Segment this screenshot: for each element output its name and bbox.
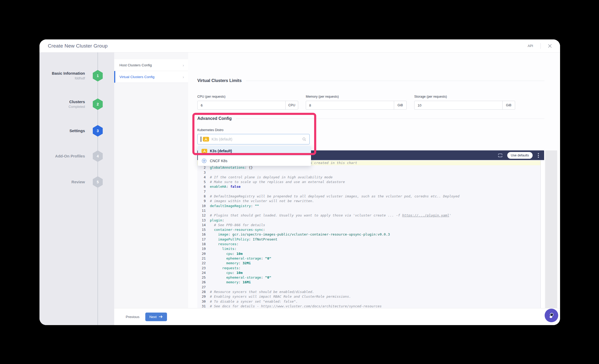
code-line[interactable]: 26 memory: 16Mi (197, 280, 544, 285)
editor-scrollbar[interactable] (540, 160, 544, 308)
kebab-menu-icon[interactable] (537, 152, 540, 159)
step-number-badge: 3 (93, 125, 103, 137)
code-line[interactable]: 10defaultImageRegistry: "" (197, 204, 544, 208)
step-label: Settings (70, 128, 85, 133)
memory-unit-label: GiB (394, 101, 406, 109)
code-line[interactable]: 7 (197, 189, 544, 194)
cpu-input[interactable] (198, 101, 285, 109)
limits-heading: Virtual Clusters Limits (197, 78, 242, 83)
code-area[interactable]: 1# These annotations will be applied to … (197, 160, 544, 308)
cpu-unit-label: CPU (285, 101, 298, 109)
step-number-badge: 2 (93, 98, 103, 110)
code-line[interactable]: 11 (197, 208, 544, 213)
k3s-icon (203, 137, 209, 142)
distro-placeholder: K3s (default) (212, 137, 302, 141)
wizard-step-review[interactable]: Review 5 (39, 174, 114, 190)
chevron-right-icon: › (183, 63, 184, 67)
step-label: Clusters (68, 99, 85, 104)
close-icon (548, 44, 552, 48)
astronaut-icon (548, 312, 555, 319)
code-line[interactable]: 13plugin: (197, 218, 544, 223)
split-view-icon[interactable] (497, 153, 503, 158)
code-line[interactable]: 28# Resource syncers that should be enab… (197, 290, 544, 294)
advanced-section-header: Advanced Config (197, 116, 544, 121)
kubernetes-icon (201, 158, 207, 163)
code-line[interactable]: 16 image: gcr.io/spectro-images-public/v… (197, 232, 544, 237)
code-line[interactable]: 15 container-resources-sync: (197, 227, 544, 232)
code-line[interactable]: 8# DefaultImageRegistry will be prepende… (197, 194, 544, 199)
code-line[interactable]: 21 ephemeral-storage: "0" (197, 256, 544, 261)
step-number-badge: 4 (93, 150, 103, 162)
wizard-step-clusters[interactable]: Clusters Completed 2 (39, 96, 114, 112)
wizard-step-addon-profiles[interactable]: Add-On Profiles 4 (39, 148, 114, 164)
option-cncf-k8s[interactable]: CNCF K8s (198, 156, 311, 166)
main-panel: Virtual Clusters Limits CPU (per request… (188, 52, 560, 308)
step-label: Add-On Profiles (55, 154, 85, 159)
code-line[interactable]: 29# Enabling syncers will impact RBAC Ro… (197, 294, 544, 299)
use-defaults-button[interactable]: Use defaults (507, 152, 533, 159)
create-cluster-group-modal: Create New Cluster Group API Basic Infor… (39, 39, 560, 325)
step-number-badge: 1 (93, 70, 103, 81)
wizard-step-settings[interactable]: Settings 3 (39, 123, 114, 139)
code-line[interactable]: 6enableHA: false (197, 184, 544, 189)
step-number-badge: 5 (93, 176, 103, 188)
storage-field-label: Storage (per requests) (414, 95, 515, 98)
kubernetes-distro-label: Kubernetes Distro (197, 128, 223, 132)
option-k3s-default[interactable]: K3s (default) (198, 146, 311, 156)
code-line[interactable]: 4# If the control plane is deployed in h… (197, 175, 544, 180)
nav-item-host-clusters-config[interactable]: Host Clusters Config › (114, 59, 188, 71)
nav-item-label: Virtual Clusters Config (119, 75, 183, 79)
step-label: Review (71, 179, 85, 185)
previous-button[interactable]: Previous (126, 315, 140, 319)
code-line[interactable]: 14 # See PPD-866 for details (197, 223, 544, 227)
code-line[interactable]: 20 cpu: 10m (197, 251, 544, 256)
code-line[interactable]: 12# Plugins that should get loaded. Usua… (197, 213, 544, 218)
header-divider (540, 43, 541, 49)
distro-dropdown-menu: K3s (default) CNCF K8s (198, 146, 311, 166)
next-button[interactable]: Next (145, 313, 167, 321)
modal-footer: Previous Next (114, 308, 560, 325)
code-line[interactable]: 17 imagePullPolicy: IfNotPresent (197, 237, 544, 242)
cpu-field-label: CPU (per requests) (197, 95, 298, 98)
memory-field: Memory (per requests) GiB (306, 95, 407, 110)
code-line[interactable]: 31# See docs for details - https://www.v… (197, 304, 544, 308)
limits-section-header: Virtual Clusters Limits (197, 78, 544, 83)
search-icon (302, 137, 306, 141)
code-line[interactable]: 23 requests: (197, 266, 544, 271)
memory-input[interactable] (306, 101, 394, 109)
code-line[interactable]: 5# Make sure to scale up the replicas an… (197, 180, 544, 184)
code-line[interactable]: 24 cpu: 10m (197, 271, 544, 275)
modal-title: Create New Cluster Group (48, 43, 108, 49)
storage-unit-label: GiB (502, 101, 515, 109)
config-nav-column: Host Clusters Config › Virtual Clusters … (114, 52, 188, 308)
code-line[interactable]: 9# images within the vcluster will not b… (197, 199, 544, 203)
storage-input[interactable] (414, 101, 502, 109)
code-line[interactable]: 18 resources: (197, 242, 544, 246)
memory-field-label: Memory (per requests) (306, 95, 407, 98)
step-subtitle: fddfsdf (52, 76, 85, 81)
code-line[interactable]: 2globalAnnotations: {} (197, 165, 544, 170)
code-line[interactable]: 30# To disable a syncer set "enabled: fa… (197, 299, 544, 304)
kubernetes-distro-search-input[interactable]: K3s (default) (197, 134, 310, 144)
text-cursor (201, 137, 201, 142)
code-line[interactable]: 19 limits: (197, 246, 544, 251)
advanced-heading: Advanced Config (197, 116, 232, 121)
code-line[interactable]: 3 (197, 170, 544, 175)
code-line[interactable]: 22 memory: 32Mi (197, 261, 544, 266)
content-scroll-gutter[interactable] (545, 150, 557, 308)
wizard-sidebar: Basic Information fddfsdf 1 Clusters Com… (39, 52, 114, 325)
cpu-field: CPU (per requests) CPU (197, 95, 298, 110)
code-line[interactable]: 27 (197, 285, 544, 290)
step-label: Basic Information (52, 71, 85, 76)
nav-item-virtual-clusters-config[interactable]: Virtual Clusters Config › (114, 71, 188, 83)
yaml-editor: Use defaults 1# These annotations will b… (197, 150, 544, 308)
code-lines: 1# These annotations will be applied to … (197, 161, 544, 308)
assistant-fab[interactable] (545, 309, 558, 322)
screen-background: Create New Cluster Group API Basic Infor… (0, 0, 599, 364)
api-link[interactable]: API (525, 42, 536, 49)
wizard-step-basic-information[interactable]: Basic Information fddfsdf 1 (39, 68, 114, 84)
code-line[interactable]: 25 ephemeral-storage: "0" (197, 275, 544, 280)
close-button[interactable] (545, 42, 554, 50)
storage-field: Storage (per requests) GiB (414, 95, 515, 110)
modal-header: Create New Cluster Group API (39, 39, 560, 52)
